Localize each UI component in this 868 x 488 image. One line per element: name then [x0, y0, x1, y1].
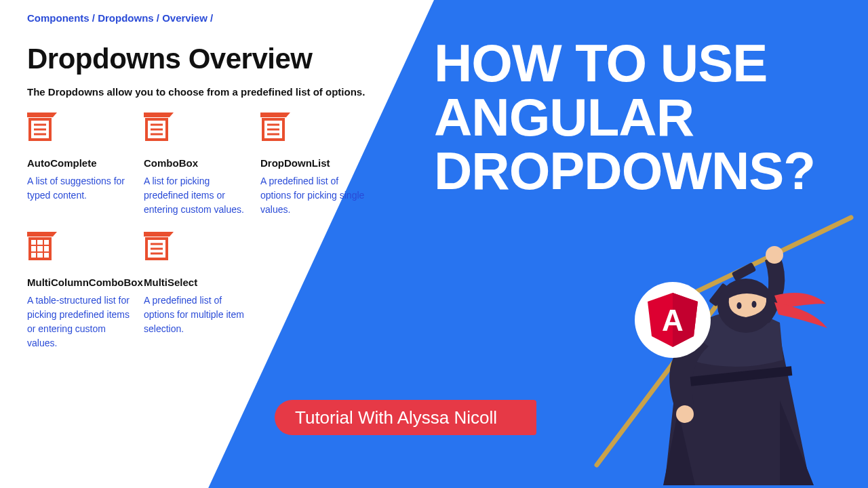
card-desc: A predefined list of options for picking…	[260, 174, 368, 217]
svg-rect-16	[30, 239, 50, 259]
breadcrumb[interactable]: Components / Dropdowns / Overview /	[27, 12, 393, 24]
grid-icon	[27, 232, 60, 264]
svg-point-37	[752, 301, 757, 308]
card-dropdownlist[interactable]: DropDownList A predefined list of option…	[260, 113, 368, 217]
card-title: MultiSelect	[144, 277, 251, 288]
card-multiselect[interactable]: MultiSelect A predefined list of options…	[144, 232, 251, 350]
svg-marker-10	[260, 113, 290, 117]
svg-point-34	[766, 246, 783, 264]
card-title: DropDownList	[260, 157, 368, 169]
hero-right: HOW TO USE ANGULAR DROPDOWNS?	[434, 37, 834, 199]
card-desc: A predefined list of options for multipl…	[144, 293, 251, 336]
svg-marker-15	[27, 232, 57, 237]
hero-headline: HOW TO USE ANGULAR DROPDOWNS?	[434, 37, 834, 199]
list-icon	[260, 113, 293, 145]
doc-panel: Components / Dropdowns / Overview / Drop…	[27, 12, 393, 350]
card-title: ComboBox	[144, 157, 251, 169]
svg-marker-0	[27, 113, 57, 117]
svg-marker-5	[144, 113, 174, 117]
ninja-illustration	[576, 207, 861, 488]
card-title: AutoComplete	[27, 157, 134, 169]
svg-marker-21	[144, 232, 174, 237]
list-icon	[27, 113, 60, 145]
list-icon	[144, 113, 176, 145]
page-subtitle: The Dropdowns allow you to choose from a…	[27, 86, 393, 98]
card-combobox[interactable]: ComboBox A list for picking predefined i…	[144, 113, 251, 217]
card-desc: A table-structured list for picking pred…	[27, 293, 134, 350]
svg-point-33	[676, 405, 694, 423]
svg-point-36	[737, 302, 742, 309]
page-title: Dropdowns Overview	[27, 43, 393, 75]
card-desc: A list for picking predefined items or e…	[144, 174, 251, 217]
tutorial-ribbon: Tutorial With Alyssa Nicoll	[275, 400, 536, 435]
angular-shield-icon: A	[648, 293, 698, 347]
card-title: MultiColumnComboBox	[27, 277, 134, 288]
card-autocomplete[interactable]: AutoComplete A list of suggestions for t…	[27, 113, 134, 217]
angular-badge: A	[635, 282, 711, 358]
card-desc: A list of suggestions for typed content.	[27, 174, 134, 203]
card-multicolumncombobox[interactable]: MultiColumnComboBox A table-structured l…	[27, 232, 134, 350]
list-icon	[144, 232, 176, 264]
svg-rect-32	[732, 262, 757, 281]
component-cards: AutoComplete A list of suggestions for t…	[27, 113, 393, 350]
svg-text:A: A	[662, 304, 684, 337]
